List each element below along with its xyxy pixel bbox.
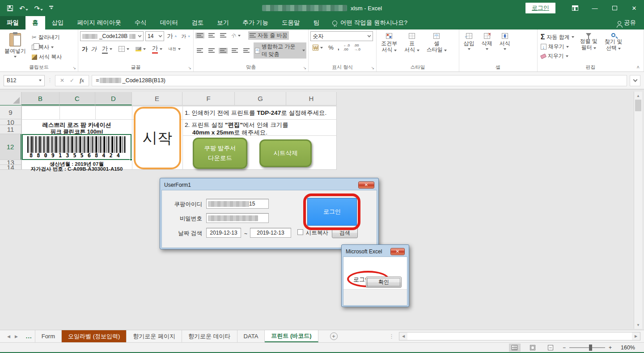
row-header-14[interactable]: 14 <box>0 165 21 170</box>
column-header-B[interactable]: B <box>21 92 59 105</box>
column-header-E[interactable]: E <box>132 92 182 105</box>
date-to-field[interactable]: 2019-12-13 <box>250 228 291 238</box>
sheet-tab-fragrant-data[interactable]: 향기로운 데이타 <box>182 330 237 342</box>
tab-view[interactable]: 보기 <box>210 16 236 29</box>
bold-button[interactable]: 가 <box>82 45 88 53</box>
delete-sheet-button[interactable]: 시트삭제 <box>259 139 312 167</box>
number-dialog-launcher[interactable]: ↘ <box>371 66 375 70</box>
format-as-table-button[interactable]: 표서식 <box>402 31 422 63</box>
column-header-F[interactable]: F <box>182 92 235 105</box>
font-color-button[interactable]: 가 <box>151 44 164 54</box>
decrease-decimal-button[interactable]: .00→.0 <box>354 44 360 52</box>
clipboard-dialog-launcher[interactable]: ↘ <box>72 66 76 70</box>
tab-page-layout[interactable]: 페이지 레이아웃 <box>71 16 128 29</box>
tab-formulas[interactable]: 수식 <box>128 16 153 29</box>
row-header-11[interactable]: 11 <box>0 125 21 134</box>
password-field[interactable] <box>206 213 269 223</box>
shrink-font-button[interactable]: 가˅ <box>180 33 191 40</box>
column-header-C[interactable]: C <box>59 92 95 105</box>
tab-help[interactable]: 도움말 <box>275 16 307 29</box>
row-header-10[interactable]: 10 <box>0 119 21 125</box>
cut-button[interactable]: ✂잘라내기 <box>30 33 63 42</box>
increase-decimal-button[interactable]: ←.0.00 <box>343 44 350 52</box>
font-dialog-launcher[interactable]: ↘ <box>188 66 191 70</box>
sheet-tab-data[interactable]: DATA <box>237 330 265 342</box>
formula-input[interactable]: = _Code128B(B13) <box>92 75 627 86</box>
msgbox-close-button[interactable]: ✕ <box>390 248 405 255</box>
zoom-in-button[interactable]: + <box>609 345 612 351</box>
grow-font-button[interactable]: 가˄ <box>166 32 178 41</box>
align-top-button[interactable] <box>195 33 204 38</box>
wrap-text-button[interactable]: 자동 줄 바꿈 <box>248 31 289 40</box>
underline-button[interactable]: 가 <box>101 44 114 54</box>
scroll-down-arrow[interactable]: ▼ <box>634 321 642 329</box>
titlebar-login-button[interactable]: 로그인 <box>525 3 555 13</box>
paste-button[interactable]: 붙여넣기 <box>2 31 29 63</box>
page-break-view-button[interactable] <box>545 344 556 352</box>
selected-cell-B12[interactable]: 8809135568424 <box>22 134 131 160</box>
msgbox-title-bar[interactable]: Microsoft Excel ✕ <box>343 246 407 256</box>
copy-button[interactable]: 복사 <box>30 43 63 51</box>
horizontal-scrollbar[interactable]: ◀ ▶ <box>399 332 640 340</box>
orientation-button[interactable]: 가 <box>230 32 242 39</box>
percent-format-button[interactable]: % <box>328 44 334 51</box>
tab-addins[interactable]: 추가 기능 <box>236 16 275 29</box>
column-header-G[interactable]: G <box>235 92 286 105</box>
coupang-id-field[interactable]: 15 <box>206 199 269 209</box>
tab-file[interactable]: 파일 <box>0 16 25 29</box>
alignment-dialog-launcher[interactable]: ↘ <box>303 66 307 70</box>
delete-cells-button[interactable]: 삭제 <box>479 31 495 63</box>
autosum-button[interactable]: Σ자동 합계 <box>539 33 576 42</box>
increase-indent-button[interactable] <box>242 48 251 54</box>
prev-sheet-arrow[interactable]: ◀ <box>7 334 10 339</box>
scroll-right-arrow[interactable]: ▶ <box>632 332 640 340</box>
sheet-copy-checkbox[interactable] <box>297 229 303 235</box>
save-icon[interactable] <box>7 5 13 11</box>
column-header-H[interactable]: H <box>286 92 337 105</box>
next-sheet-arrow[interactable]: ▶ <box>15 334 18 339</box>
align-bottom-button[interactable] <box>219 33 228 38</box>
tab-data[interactable]: 데이터 <box>153 16 185 29</box>
align-middle-button[interactable] <box>207 33 216 38</box>
comma-format-button[interactable]: , <box>338 44 339 51</box>
sort-filter-button[interactable]: 정렬 및필터 <box>577 31 600 63</box>
row-header-9[interactable]: 9 <box>0 106 21 119</box>
tab-team[interactable]: 팀 <box>307 16 326 29</box>
number-format-combo[interactable]: 숫자 <box>310 31 373 41</box>
fill-color-button[interactable] <box>134 46 147 52</box>
phonetic-button[interactable]: 내천 <box>167 46 182 51</box>
insert-function-button[interactable]: fx <box>80 77 84 84</box>
maximize-button[interactable] <box>605 0 624 16</box>
font-size-combo[interactable]: 14 <box>145 31 164 41</box>
cell-styles-button[interactable]: 셀스타일 <box>424 31 449 63</box>
customize-qat-button[interactable] <box>49 6 53 10</box>
sheet-tab-print-barcode[interactable]: 프린트 (바코드) <box>265 330 318 342</box>
page-layout-view-button[interactable] <box>527 344 538 352</box>
select-all-corner[interactable] <box>0 92 21 105</box>
column-header-D[interactable]: D <box>95 92 132 105</box>
format-cells-button[interactable]: 서식 <box>497 31 513 63</box>
conditional-formatting-button[interactable]: 조건부서식 <box>378 31 400 63</box>
collapse-ribbon-button[interactable]: ˄ <box>637 64 640 70</box>
zoom-level[interactable]: 160% <box>618 345 635 351</box>
zoom-slider[interactable] <box>569 347 605 348</box>
merge-center-button[interactable]: 병합하고 가운데 맞춤 <box>254 42 306 59</box>
new-sheet-button[interactable]: + <box>330 332 338 340</box>
align-left-button[interactable] <box>195 48 204 54</box>
inspection-number-text[interactable]: 자가검사 번호 : C-A09B-A303001-A150 <box>21 166 132 172</box>
find-select-button[interactable]: 찾기 및선택 <box>602 31 625 63</box>
align-right-button[interactable] <box>219 48 228 54</box>
italic-button[interactable]: 가 <box>90 45 98 53</box>
name-box-dropdown[interactable] <box>39 80 42 81</box>
minimize-button[interactable]: — <box>585 0 605 16</box>
undo-button[interactable]: ↶ <box>19 5 28 12</box>
tab-review[interactable]: 검토 <box>185 16 210 29</box>
sheet-tab-form[interactable]: Form <box>35 330 62 342</box>
sheet-tab-fragrant-page[interactable]: 향기로운 페이지 <box>127 330 182 342</box>
tell-me-box[interactable]: 어떤 작업을 원하시나요? <box>326 16 414 29</box>
decrease-indent-button[interactable] <box>230 48 239 54</box>
tab-insert[interactable]: 삽입 <box>45 16 71 29</box>
row-header-13[interactable]: 13 <box>0 160 21 165</box>
font-name-combo[interactable]: _Code128B <box>80 31 144 41</box>
userform-close-button[interactable]: ✕ <box>358 181 374 189</box>
